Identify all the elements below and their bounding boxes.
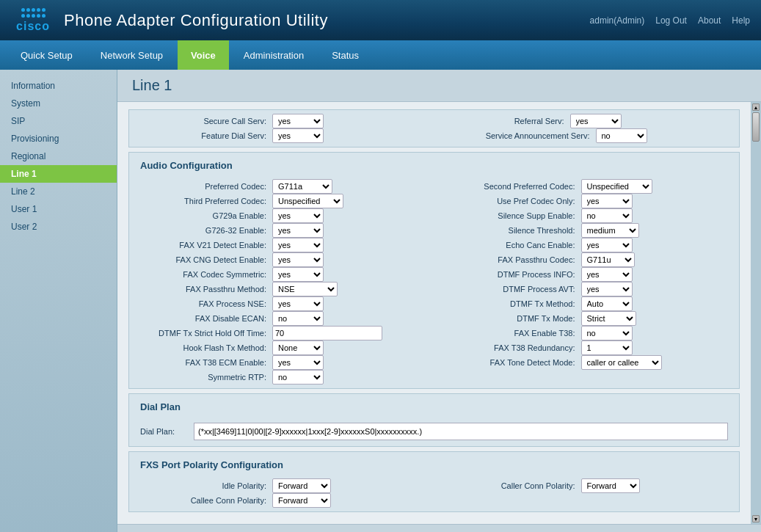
- nav-quick-setup[interactable]: Quick Setup: [7, 40, 86, 70]
- preferred-codec-col: Preferred Codec: G711aG711uG726-32G729a: [136, 179, 434, 194]
- referral-serv-select[interactable]: yesno: [570, 114, 622, 128]
- hook-flash-tx-method-label: Hook Flash Tx Method:: [136, 343, 272, 352]
- sidebar-item-user1[interactable]: User 1: [0, 200, 117, 218]
- service-announcement-serv-select[interactable]: noyes: [596, 128, 647, 143]
- hook-flash-tx-method-select[interactable]: NoneFlash: [272, 340, 324, 355]
- fxs-section-title: FXS Port Polarity Configuration: [136, 456, 732, 473]
- page-title: Line 1: [132, 77, 746, 94]
- use-pref-codec-only-select[interactable]: yesno: [581, 194, 633, 208]
- fax-passthru-method-label: FAX Passthru Method:: [136, 285, 272, 294]
- feature-dial-serv-select[interactable]: yesno: [272, 128, 324, 143]
- fax-disable-ecan-label: FAX Disable ECAN:: [136, 314, 272, 323]
- logout-link[interactable]: Log Out: [655, 15, 687, 26]
- audio-row-13: FAX T38 ECM Enable: yesno FAX Tone Detec…: [136, 355, 732, 370]
- nav-bar: Quick Setup Network Setup Voice Administ…: [0, 40, 761, 70]
- fax-t38-redundancy-label: FAX T38 Redundancy:: [434, 343, 581, 352]
- fax-codec-symmetric-select[interactable]: yesno: [272, 267, 324, 282]
- second-preferred-codec-col: Second Preferred Codec: UnspecifiedG711a…: [434, 179, 732, 194]
- content-scroll-area: Secure Call Serv: yesno Referral Serv: y…: [117, 102, 761, 524]
- sidebar-item-system[interactable]: System: [0, 95, 117, 112]
- dtmf-tx-mode-col: DTMF Tx Mode: StrictNormal: [434, 311, 732, 326]
- sidebar-item-user2[interactable]: User 2: [0, 218, 117, 236]
- fax-v21-detect-enable-select[interactable]: yesno: [272, 238, 324, 252]
- silence-supp-enable-label: Silence Supp Enable:: [434, 211, 581, 220]
- g729a-enable-label: G729a Enable:: [136, 211, 272, 220]
- g726-32-enable-select[interactable]: yesno: [272, 223, 324, 238]
- caller-conn-polarity-select[interactable]: ForwardReverse: [581, 478, 640, 493]
- nav-administration[interactable]: Administration: [230, 40, 317, 70]
- nav-status[interactable]: Status: [318, 40, 372, 70]
- top-row-1: Secure Call Serv: yesno Referral Serv: y…: [136, 114, 732, 128]
- silence-supp-enable-col: Silence Supp Enable: noyes: [434, 208, 732, 223]
- echo-canc-enable-select[interactable]: yesno: [581, 238, 633, 252]
- fax-disable-ecan-select[interactable]: noyes: [272, 311, 324, 326]
- fax-t38-redundancy-select[interactable]: 123: [581, 340, 633, 355]
- empty-col: [434, 370, 732, 385]
- fax-cng-detect-enable-label: FAX CNG Detect Enable:: [136, 255, 272, 264]
- nav-network-setup[interactable]: Network Setup: [87, 40, 176, 70]
- fax-process-nse-select[interactable]: yesno: [272, 296, 324, 311]
- referral-serv-label: Referral Serv:: [434, 117, 570, 125]
- top-row-2: Feature Dial Serv: yesno Service Announc…: [136, 128, 732, 143]
- service-announcement-serv-label: Service Announcement Serv:: [434, 131, 596, 140]
- symmetric-rtp-select[interactable]: noyes: [272, 370, 324, 385]
- dtmf-tx-strict-hold-off-time-input[interactable]: [272, 326, 382, 340]
- help-link[interactable]: Help: [732, 15, 750, 26]
- sidebar-item-line1[interactable]: Line 1: [0, 165, 117, 183]
- silence-supp-enable-select[interactable]: noyes: [581, 208, 633, 223]
- audio-section-title: Audio Configuration: [136, 156, 732, 173]
- scrollbar[interactable]: ▲ ▼: [751, 102, 761, 524]
- fax-tone-detect-mode-select[interactable]: caller or calleecallercallee: [581, 355, 662, 370]
- secure-call-serv-select[interactable]: yesno: [272, 114, 324, 128]
- g729a-enable-select[interactable]: yesno: [272, 208, 324, 223]
- dtmf-tx-mode-select[interactable]: StrictNormal: [581, 311, 636, 326]
- sidebar-item-regional[interactable]: Regional: [0, 147, 117, 165]
- preferred-codec-select[interactable]: G711aG711uG726-32G729a: [272, 179, 332, 194]
- callee-conn-polarity-select[interactable]: ForwardReverse: [272, 493, 331, 508]
- cisco-dot: [26, 8, 30, 12]
- content: Line 1 Secure Call Serv: yesno Referral: [117, 70, 761, 532]
- fax-v21-detect-enable-label: FAX V21 Detect Enable:: [136, 241, 272, 249]
- sidebar-item-sip[interactable]: SIP: [0, 112, 117, 130]
- dial-plan-input[interactable]: [194, 423, 728, 440]
- sidebar-item-provisioning[interactable]: Provisioning: [0, 130, 117, 147]
- third-preferred-codec-label: Third Preferred Codec:: [136, 197, 272, 205]
- scroll-thumb[interactable]: [752, 112, 760, 142]
- audio-row-14: Symmetric RTP: noyes: [136, 370, 732, 385]
- dtmf-tx-method-select[interactable]: AutoAVTINFO: [581, 296, 633, 311]
- sidebar-item-line2[interactable]: Line 2: [0, 183, 117, 200]
- fax-cng-detect-enable-col: FAX CNG Detect Enable: yesno: [136, 252, 434, 267]
- secure-call-serv-label: Secure Call Serv:: [136, 117, 272, 125]
- sidebar: Information System SIP Provisioning Regi…: [0, 70, 117, 532]
- fax-t38-redundancy-col: FAX T38 Redundancy: 123: [434, 340, 732, 355]
- header-right: admin(Admin) Log Out About Help: [590, 15, 750, 26]
- dtmf-process-info-select[interactable]: yesno: [581, 267, 633, 282]
- content-body: Secure Call Serv: yesno Referral Serv: y…: [117, 102, 751, 524]
- fax-enable-t38-col: FAX Enable T38: noyes: [434, 326, 732, 340]
- scroll-down-button[interactable]: ▼: [752, 515, 760, 522]
- fax-t38-ecm-enable-col: FAX T38 ECM Enable: yesno: [136, 355, 434, 370]
- silence-threshold-label: Silence Threshold:: [434, 226, 581, 235]
- fax-cng-detect-enable-select[interactable]: yesno: [272, 252, 324, 267]
- about-link[interactable]: About: [698, 15, 721, 26]
- fax-passthru-method-select[interactable]: NSEReINVITENone: [272, 282, 338, 296]
- fax-enable-t38-select[interactable]: noyes: [581, 326, 633, 340]
- cisco-dot: [32, 8, 35, 12]
- top-fields-section: Secure Call Serv: yesno Referral Serv: y…: [128, 109, 740, 147]
- feature-dial-serv-col: Feature Dial Serv: yesno: [136, 128, 434, 143]
- user-label: admin(Admin): [590, 15, 645, 26]
- dtmf-process-avt-select[interactable]: yesno: [581, 282, 633, 296]
- secure-call-serv-col: Secure Call Serv: yesno: [136, 114, 434, 128]
- scroll-up-button[interactable]: ▲: [752, 103, 760, 111]
- fax-codec-symmetric-label: FAX Codec Symmetric:: [136, 270, 272, 279]
- fax-passthru-codec-select[interactable]: G711uG711a: [581, 252, 635, 267]
- content-header: Line 1: [117, 70, 761, 102]
- sidebar-item-information[interactable]: Information: [0, 77, 117, 95]
- audio-row-8: FAX Passthru Method: NSEReINVITENone DTM…: [136, 282, 732, 296]
- silence-threshold-select[interactable]: mediumhighlow: [581, 223, 639, 238]
- third-preferred-codec-select[interactable]: UnspecifiedG711aG711u: [272, 194, 343, 208]
- second-preferred-codec-select[interactable]: UnspecifiedG711aG711u: [581, 179, 652, 194]
- nav-voice[interactable]: Voice: [178, 40, 229, 70]
- fax-t38-ecm-enable-select[interactable]: yesno: [272, 355, 324, 370]
- idle-polarity-select[interactable]: ForwardReverse: [272, 478, 331, 493]
